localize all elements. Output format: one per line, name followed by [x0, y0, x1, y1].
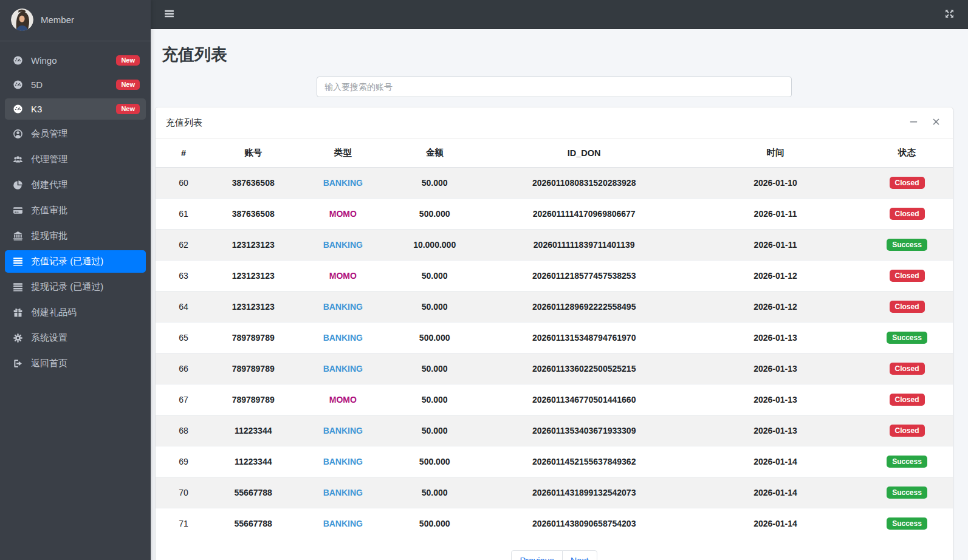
card-tools — [907, 115, 942, 130]
sidebar-item-label: 返回首页 — [31, 358, 67, 369]
cell-amount: 500.000 — [391, 446, 478, 477]
cell-status: Closed — [861, 384, 953, 415]
collapse-button[interactable] — [907, 115, 920, 130]
table-row: 70 55667788 BANKING 50.000 2026011431899… — [156, 477, 953, 508]
column-header-time: 时间 — [690, 138, 861, 168]
pagination: Previous Next — [156, 539, 953, 560]
cell-account: 123123123 — [211, 292, 295, 323]
new-badge: New — [116, 80, 140, 90]
cell-amount: 50.000 — [391, 415, 478, 446]
table-row: 66 789789789 BANKING 50.000 202601133602… — [156, 353, 953, 384]
status-badge: Closed — [890, 208, 925, 220]
sidebar-toggle-button[interactable] — [162, 6, 177, 23]
cell-status: Closed — [861, 168, 953, 199]
sidebar-item-label: 会员管理 — [31, 128, 67, 140]
cell-type: BANKING — [295, 446, 391, 477]
cell-status: Success — [861, 230, 953, 261]
table-row: 60 387636508 BANKING 50.000 202601108083… — [156, 168, 953, 199]
page-title: 充值列表 — [162, 44, 953, 66]
cell-time: 2026-01-12 — [690, 292, 861, 323]
cell-type: BANKING — [295, 508, 391, 539]
cell-index: 69 — [156, 446, 211, 477]
app-window: Member Wingo New 5D New K3 New 会员管理 — [0, 0, 968, 560]
cell-time: 2026-01-10 — [690, 168, 861, 199]
column-header-type: 类型 — [295, 138, 391, 168]
top-navbar — [151, 0, 968, 29]
remove-button[interactable] — [930, 115, 942, 130]
gauge-icon — [11, 55, 24, 66]
cell-id-don: 2026011218577457538253 — [478, 261, 690, 292]
card-header: 充值列表 — [156, 108, 953, 138]
status-badge: Success — [887, 456, 927, 468]
cell-status: Closed — [861, 292, 953, 323]
sidebar-item-label: 提现记录 (已通过) — [31, 281, 103, 293]
cell-type: BANKING — [295, 353, 391, 384]
cell-amount: 500.000 — [391, 508, 478, 539]
cell-type: BANKING — [295, 477, 391, 508]
cell-amount: 50.000 — [391, 168, 478, 199]
cell-status: Closed — [861, 353, 953, 384]
sidebar-item-label: 5D — [31, 80, 43, 90]
cell-index: 62 — [156, 230, 211, 261]
sidebar-item-member-management[interactable]: 会员管理 — [5, 123, 146, 145]
sidebar-item-agent-management[interactable]: 代理管理 — [5, 148, 146, 171]
sidebar: Member Wingo New 5D New K3 New 会员管理 — [0, 0, 151, 560]
cell-id-don: 2026011452155637849362 — [478, 446, 690, 477]
cell-index: 70 — [156, 477, 211, 508]
recharge-list-card: 充值列表 # 账号 类 — [156, 108, 953, 560]
pagination-previous[interactable]: Previous — [511, 550, 562, 560]
gauge-icon — [11, 104, 24, 114]
cell-time: 2026-01-12 — [690, 261, 861, 292]
cell-index: 64 — [156, 292, 211, 323]
sidebar-item-label: K3 — [31, 104, 42, 114]
cell-time: 2026-01-14 — [690, 508, 861, 539]
sidebar-item-withdraw-approval[interactable]: 提现审批 — [5, 225, 146, 247]
cell-account: 789789789 — [211, 323, 295, 353]
column-header-index: # — [156, 138, 211, 168]
sidebar-item-withdraw-records[interactable]: 提现记录 (已通过) — [5, 276, 146, 298]
sidebar-item-create-agent[interactable]: 创建代理 — [5, 174, 146, 196]
sidebar-item-label: 创建代理 — [31, 179, 67, 191]
cell-index: 68 — [156, 415, 211, 446]
cell-index: 60 — [156, 168, 211, 199]
next-link[interactable]: Next — [562, 550, 597, 560]
main-area: 充值列表 充值列表 — [151, 0, 968, 560]
users-icon — [11, 154, 24, 165]
sidebar-item-system-settings[interactable]: 系统设置 — [5, 327, 146, 349]
status-badge: Closed — [890, 425, 925, 437]
fullscreen-button[interactable] — [942, 6, 957, 23]
sign-out-icon — [11, 358, 24, 369]
sidebar-item-create-gift-code[interactable]: 创建礼品码 — [5, 301, 146, 324]
expand-arrows-icon — [944, 9, 955, 21]
table-row: 62 123123123 BANKING 10.000.000 20260111… — [156, 230, 953, 261]
status-badge: Closed — [890, 177, 925, 189]
cell-status: Success — [861, 477, 953, 508]
sidebar-item-5d[interactable]: 5D New — [5, 74, 146, 95]
account-search-input[interactable] — [317, 77, 792, 97]
cell-time: 2026-01-13 — [690, 353, 861, 384]
content-area: 充值列表 充值列表 — [151, 29, 968, 560]
sidebar-item-wingo[interactable]: Wingo New — [5, 50, 146, 71]
cell-type: MOMO — [295, 261, 391, 292]
cell-account: 123123123 — [211, 230, 295, 261]
cell-amount: 50.000 — [391, 261, 478, 292]
cell-id-don: 2026011289692222558495 — [478, 292, 690, 323]
sidebar-item-back-home[interactable]: 返回首页 — [5, 352, 146, 375]
table-row: 61 387636508 MOMO 500.000 20260111141709… — [156, 199, 953, 230]
cell-id-don: 2026011111839711401139 — [478, 230, 690, 261]
cell-amount: 50.000 — [391, 353, 478, 384]
cell-id-don: 2026011336022500525215 — [478, 353, 690, 384]
sidebar-item-recharge-approval[interactable]: 充值审批 — [5, 199, 146, 222]
cell-index: 71 — [156, 508, 211, 539]
pagination-next[interactable]: Next — [563, 550, 597, 560]
cell-account: 789789789 — [211, 384, 295, 415]
table-header: # 账号 类型 金额 ID_DON 时间 状态 — [156, 138, 953, 168]
cell-time: 2026-01-13 — [690, 415, 861, 446]
cell-index: 65 — [156, 323, 211, 353]
sidebar-item-k3[interactable]: K3 New — [5, 98, 146, 120]
status-badge: Success — [887, 239, 927, 251]
sidebar-item-recharge-records[interactable]: 充值记录 (已通过) — [5, 250, 146, 273]
table-body: 60 387636508 BANKING 50.000 202601108083… — [156, 168, 953, 539]
previous-link[interactable]: Previous — [511, 550, 562, 560]
sidebar-item-label: 创建礼品码 — [31, 307, 77, 318]
